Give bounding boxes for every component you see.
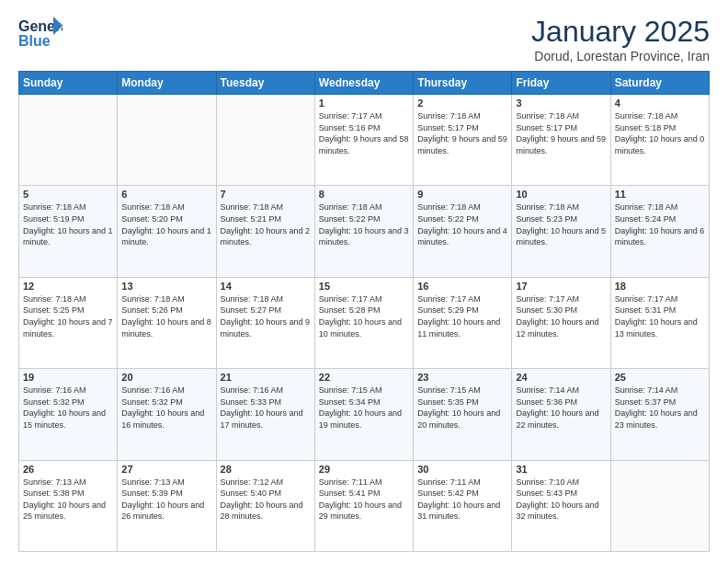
- day-info: Sunrise: 7:17 AMSunset: 5:16 PMDaylight:…: [319, 110, 409, 156]
- day-number: 3: [516, 98, 606, 109]
- day-info: Sunrise: 7:18 AMSunset: 5:17 PMDaylight:…: [516, 110, 606, 156]
- day-number: 4: [615, 98, 705, 109]
- calendar-body: 1Sunrise: 7:17 AMSunset: 5:16 PMDaylight…: [19, 95, 710, 552]
- week-row-0: 1Sunrise: 7:17 AMSunset: 5:16 PMDaylight…: [19, 95, 710, 186]
- day-cell: 18Sunrise: 7:17 AMSunset: 5:31 PMDayligh…: [610, 277, 709, 368]
- day-number: 28: [221, 464, 311, 475]
- logo-icon: General Blue: [18, 15, 63, 50]
- day-cell: 30Sunrise: 7:11 AMSunset: 5:42 PMDayligh…: [414, 460, 512, 551]
- calendar-header: Sunday Monday Tuesday Wednesday Thursday…: [19, 72, 710, 95]
- day-info: Sunrise: 7:13 AMSunset: 5:39 PMDaylight:…: [121, 477, 211, 523]
- day-cell: 16Sunrise: 7:17 AMSunset: 5:29 PMDayligh…: [414, 277, 512, 368]
- day-cell: 7Sunrise: 7:18 AMSunset: 5:21 PMDaylight…: [216, 186, 314, 277]
- title-section: January 2025 Dorud, Lorestan Province, I…: [531, 15, 710, 63]
- day-number: 7: [221, 189, 311, 200]
- day-info: Sunrise: 7:16 AMSunset: 5:33 PMDaylight:…: [221, 385, 311, 431]
- calendar: Sunday Monday Tuesday Wednesday Thursday…: [18, 71, 710, 552]
- day-info: Sunrise: 7:18 AMSunset: 5:26 PMDaylight:…: [121, 293, 211, 339]
- week-row-2: 12Sunrise: 7:18 AMSunset: 5:25 PMDayligh…: [19, 277, 710, 368]
- col-wednesday: Wednesday: [314, 72, 413, 95]
- day-info: Sunrise: 7:17 AMSunset: 5:30 PMDaylight:…: [516, 293, 606, 339]
- day-cell: 28Sunrise: 7:12 AMSunset: 5:40 PMDayligh…: [216, 460, 314, 551]
- day-number: 23: [417, 372, 507, 383]
- day-cell: 1Sunrise: 7:17 AMSunset: 5:16 PMDaylight…: [314, 95, 413, 186]
- day-cell: 13Sunrise: 7:18 AMSunset: 5:26 PMDayligh…: [118, 277, 216, 368]
- day-number: 5: [23, 189, 113, 200]
- day-number: 19: [23, 372, 113, 383]
- day-cell: 4Sunrise: 7:18 AMSunset: 5:18 PMDaylight…: [610, 95, 709, 186]
- day-info: Sunrise: 7:17 AMSunset: 5:28 PMDaylight:…: [319, 293, 409, 339]
- day-number: 29: [319, 464, 409, 475]
- day-info: Sunrise: 7:18 AMSunset: 5:22 PMDaylight:…: [319, 201, 409, 247]
- day-cell: 9Sunrise: 7:18 AMSunset: 5:22 PMDaylight…: [414, 186, 512, 277]
- day-number: 26: [23, 464, 113, 475]
- day-cell: 25Sunrise: 7:14 AMSunset: 5:37 PMDayligh…: [610, 369, 709, 460]
- day-cell: 20Sunrise: 7:16 AMSunset: 5:32 PMDayligh…: [118, 369, 216, 460]
- day-info: Sunrise: 7:18 AMSunset: 5:18 PMDaylight:…: [615, 110, 705, 156]
- svg-text:Blue: Blue: [18, 33, 51, 49]
- day-cell: 14Sunrise: 7:18 AMSunset: 5:27 PMDayligh…: [216, 277, 314, 368]
- day-cell: 2Sunrise: 7:18 AMSunset: 5:17 PMDaylight…: [414, 95, 512, 186]
- day-number: 27: [121, 464, 211, 475]
- week-row-4: 26Sunrise: 7:13 AMSunset: 5:38 PMDayligh…: [19, 460, 710, 551]
- logo: General Blue: [18, 15, 63, 50]
- day-cell: 21Sunrise: 7:16 AMSunset: 5:33 PMDayligh…: [216, 369, 314, 460]
- col-friday: Friday: [512, 72, 610, 95]
- day-number: 17: [516, 281, 606, 292]
- day-cell: 27Sunrise: 7:13 AMSunset: 5:39 PMDayligh…: [118, 460, 216, 551]
- page: General Blue January 2025 Dorud, Loresta…: [0, 0, 728, 563]
- day-cell: 22Sunrise: 7:15 AMSunset: 5:34 PMDayligh…: [314, 369, 413, 460]
- col-thursday: Thursday: [414, 72, 512, 95]
- day-number: 14: [221, 281, 311, 292]
- day-info: Sunrise: 7:17 AMSunset: 5:31 PMDaylight:…: [615, 293, 705, 339]
- day-cell: [118, 95, 216, 186]
- day-number: 13: [121, 281, 211, 292]
- day-info: Sunrise: 7:11 AMSunset: 5:42 PMDaylight:…: [417, 477, 507, 523]
- day-number: 12: [23, 281, 113, 292]
- day-number: 1: [319, 98, 409, 109]
- logo-svg: General Blue: [18, 15, 63, 50]
- day-info: Sunrise: 7:15 AMSunset: 5:34 PMDaylight:…: [319, 385, 409, 431]
- day-cell: 15Sunrise: 7:17 AMSunset: 5:28 PMDayligh…: [314, 277, 413, 368]
- header: General Blue January 2025 Dorud, Loresta…: [18, 15, 710, 63]
- day-info: Sunrise: 7:16 AMSunset: 5:32 PMDaylight:…: [121, 385, 211, 431]
- calendar-table: Sunday Monday Tuesday Wednesday Thursday…: [18, 71, 710, 552]
- day-number: 25: [615, 372, 705, 383]
- day-number: 16: [417, 281, 507, 292]
- day-number: 30: [417, 464, 507, 475]
- col-monday: Monday: [118, 72, 216, 95]
- subtitle: Dorud, Lorestan Province, Iran: [531, 49, 710, 63]
- day-cell: 31Sunrise: 7:10 AMSunset: 5:43 PMDayligh…: [512, 460, 610, 551]
- day-cell: 8Sunrise: 7:18 AMSunset: 5:22 PMDaylight…: [314, 186, 413, 277]
- day-info: Sunrise: 7:14 AMSunset: 5:36 PMDaylight:…: [516, 385, 606, 431]
- col-tuesday: Tuesday: [216, 72, 314, 95]
- day-number: 10: [516, 189, 606, 200]
- week-row-3: 19Sunrise: 7:16 AMSunset: 5:32 PMDayligh…: [19, 369, 710, 460]
- day-number: 11: [615, 189, 705, 200]
- day-cell: 3Sunrise: 7:18 AMSunset: 5:17 PMDaylight…: [512, 95, 610, 186]
- day-info: Sunrise: 7:18 AMSunset: 5:22 PMDaylight:…: [417, 201, 507, 247]
- day-number: 2: [417, 98, 507, 109]
- day-info: Sunrise: 7:18 AMSunset: 5:27 PMDaylight:…: [221, 293, 311, 339]
- col-saturday: Saturday: [610, 72, 709, 95]
- day-number: 18: [615, 281, 705, 292]
- day-cell: 26Sunrise: 7:13 AMSunset: 5:38 PMDayligh…: [19, 460, 118, 551]
- day-number: 8: [319, 189, 409, 200]
- day-cell: 29Sunrise: 7:11 AMSunset: 5:41 PMDayligh…: [314, 460, 413, 551]
- day-number: 6: [121, 189, 211, 200]
- day-cell: [19, 95, 118, 186]
- day-number: 31: [516, 464, 606, 475]
- day-cell: 10Sunrise: 7:18 AMSunset: 5:23 PMDayligh…: [512, 186, 610, 277]
- day-info: Sunrise: 7:16 AMSunset: 5:32 PMDaylight:…: [23, 385, 113, 431]
- day-info: Sunrise: 7:10 AMSunset: 5:43 PMDaylight:…: [516, 477, 606, 523]
- day-cell: 6Sunrise: 7:18 AMSunset: 5:20 PMDaylight…: [118, 186, 216, 277]
- day-info: Sunrise: 7:18 AMSunset: 5:25 PMDaylight:…: [23, 293, 113, 339]
- day-info: Sunrise: 7:17 AMSunset: 5:29 PMDaylight:…: [417, 293, 507, 339]
- day-cell: 17Sunrise: 7:17 AMSunset: 5:30 PMDayligh…: [512, 277, 610, 368]
- day-number: 24: [516, 372, 606, 383]
- day-info: Sunrise: 7:12 AMSunset: 5:40 PMDaylight:…: [221, 477, 311, 523]
- day-cell: [610, 460, 709, 551]
- day-cell: 11Sunrise: 7:18 AMSunset: 5:24 PMDayligh…: [610, 186, 709, 277]
- day-cell: 24Sunrise: 7:14 AMSunset: 5:36 PMDayligh…: [512, 369, 610, 460]
- day-cell: 19Sunrise: 7:16 AMSunset: 5:32 PMDayligh…: [19, 369, 118, 460]
